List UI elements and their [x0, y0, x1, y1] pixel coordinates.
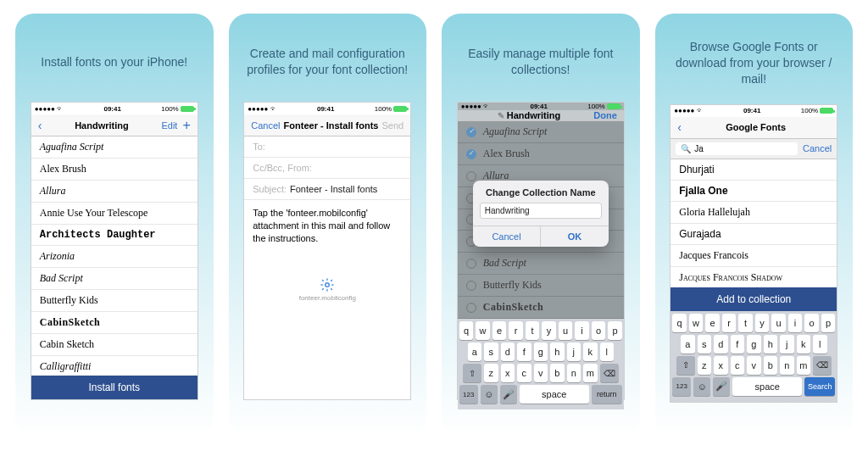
key[interactable]: f	[731, 335, 745, 354]
key[interactable]: s	[484, 342, 498, 361]
backspace-key[interactable]: ⌫	[813, 356, 832, 375]
key[interactable]: p	[608, 321, 622, 340]
cancel-button[interactable]: Cancel	[251, 120, 280, 131]
alert-cancel-button[interactable]: Cancel	[473, 226, 542, 247]
space-key[interactable]: space	[520, 385, 589, 404]
list-item[interactable]: Annie Use Your Telescope	[31, 203, 198, 225]
key[interactable]: c	[517, 364, 531, 382]
key[interactable]: u	[559, 321, 573, 340]
key[interactable]: c	[731, 356, 745, 375]
list-item[interactable]: Allura	[31, 181, 198, 203]
add-button[interactable]: +	[182, 119, 190, 132]
list-item[interactable]: Gurajada	[670, 224, 837, 245]
alert-input[interactable]: Handwriting	[480, 203, 602, 219]
shift-key[interactable]: ⇧	[463, 364, 481, 382]
alert-ok-button[interactable]: OK	[541, 226, 609, 247]
key[interactable]: g	[747, 335, 761, 354]
key[interactable]: t	[738, 314, 753, 332]
key[interactable]: e	[492, 321, 507, 340]
list-item[interactable]: Architects Daughter	[31, 225, 198, 246]
list-item[interactable]: CabinSketch	[31, 312, 198, 334]
list-item[interactable]: Aguafina Script	[31, 136, 198, 159]
search-input[interactable]: 🔍 Ja	[676, 142, 798, 155]
back-icon[interactable]: ‹	[38, 120, 42, 131]
key[interactable]: t	[526, 321, 540, 340]
install-fonts-button[interactable]: Install fonts	[31, 376, 198, 399]
key[interactable]: w	[689, 314, 704, 332]
key[interactable]: z	[484, 364, 498, 382]
list-item[interactable]: Dhurjati	[670, 159, 837, 181]
mic-key[interactable]: 🎤	[713, 377, 730, 396]
key[interactable]: m	[797, 356, 811, 375]
list-item[interactable]: Cabin Sketch	[31, 334, 198, 356]
key[interactable]: s	[698, 335, 712, 354]
done-button[interactable]: Done	[593, 110, 617, 120]
key[interactable]: o	[592, 321, 606, 340]
list-item[interactable]: Fjalla One	[670, 181, 837, 202]
key[interactable]: v	[534, 364, 548, 382]
key[interactable]: q	[459, 321, 474, 340]
key[interactable]: m	[583, 364, 598, 382]
numeric-key[interactable]: 123	[459, 385, 478, 404]
list-item[interactable]: Calligraffitti	[31, 356, 198, 376]
key[interactable]: i	[575, 321, 589, 340]
key[interactable]: r	[722, 314, 737, 332]
mail-to-field[interactable]: To:	[244, 136, 410, 158]
key[interactable]: y	[755, 314, 770, 332]
key[interactable]: i	[788, 314, 803, 332]
key[interactable]: d	[501, 342, 515, 361]
key[interactable]: w	[476, 321, 490, 340]
edit-button[interactable]: Edit	[161, 120, 177, 131]
list-item[interactable]: Butterfly Kids	[31, 290, 198, 312]
list-item[interactable]: Bad Script	[31, 268, 198, 290]
key[interactable]: x	[714, 356, 728, 375]
key[interactable]: f	[517, 342, 531, 361]
key[interactable]: l	[813, 335, 827, 354]
mail-subject-field[interactable]: Subject:Fonteer - Install fonts	[244, 179, 410, 200]
backspace-key[interactable]: ⌫	[600, 364, 619, 382]
emoji-key[interactable]: ☺	[693, 377, 710, 396]
key[interactable]: k	[797, 335, 811, 354]
key[interactable]: z	[698, 356, 712, 375]
key[interactable]: u	[771, 314, 786, 332]
list-item[interactable]: Alex Brush	[31, 159, 198, 181]
key[interactable]: j	[567, 342, 581, 361]
key[interactable]: x	[501, 364, 515, 382]
key[interactable]: r	[509, 321, 523, 340]
key[interactable]: b	[764, 356, 778, 375]
key[interactable]: b	[550, 364, 565, 382]
key[interactable]: k	[583, 342, 598, 361]
mic-key[interactable]: 🎤	[500, 385, 517, 404]
key[interactable]: d	[714, 335, 728, 354]
numeric-key[interactable]: 123	[672, 377, 691, 396]
list-item[interactable]: Jacques Francois Shadow	[670, 267, 837, 287]
font-list[interactable]: Dhurjati Fjalla One Gloria Hallelujah Gu…	[670, 159, 837, 287]
space-key[interactable]: space	[732, 377, 802, 396]
key[interactable]: p	[821, 314, 836, 332]
keyboard[interactable]: q w e r t y u i o p a s d f g h j k l	[458, 319, 624, 409]
return-key[interactable]: return	[592, 385, 622, 404]
key[interactable]: l	[600, 342, 615, 361]
mail-attachment[interactable]: fonteer.mobilconfig	[299, 277, 356, 302]
key[interactable]: n	[780, 356, 794, 375]
list-item[interactable]: Gloria Hallelujah	[670, 202, 837, 224]
add-to-collection-button[interactable]: Add to collection	[670, 287, 837, 311]
key[interactable]: y	[542, 321, 556, 340]
emoji-key[interactable]: ☺	[481, 385, 498, 404]
list-item[interactable]: Jacques Francois	[670, 245, 837, 267]
shift-key[interactable]: ⇧	[676, 356, 695, 375]
key[interactable]: h	[550, 342, 565, 361]
mail-cc-field[interactable]: Cc/Bcc, From:	[244, 158, 410, 179]
key[interactable]: q	[672, 314, 687, 332]
back-icon[interactable]: ‹	[677, 121, 682, 133]
mail-body[interactable]: Tap the 'fonteer.mobilconfig' attachment…	[244, 200, 410, 252]
key[interactable]: o	[804, 314, 819, 332]
key[interactable]: n	[567, 364, 581, 382]
key[interactable]: h	[764, 335, 778, 354]
key[interactable]: j	[780, 335, 794, 354]
key[interactable]: v	[747, 356, 761, 375]
key[interactable]: a	[468, 342, 482, 361]
key[interactable]: e	[705, 314, 720, 332]
search-cancel-button[interactable]: Cancel	[803, 142, 832, 155]
search-key[interactable]: Search	[804, 377, 835, 396]
